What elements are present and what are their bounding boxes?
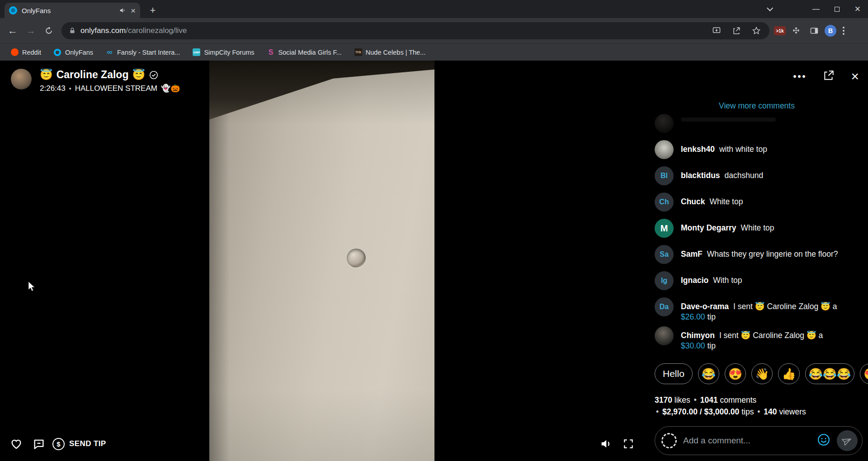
quick-reply-emoji[interactable]: 👍 (778, 363, 799, 384)
extensions-puzzle-icon[interactable] (788, 23, 804, 38)
live-video[interactable] (209, 61, 434, 461)
comment-composer (655, 426, 863, 455)
quick-reply-hello[interactable]: Hello (655, 363, 693, 384)
comment-row: Bl blacktidusdachshund (655, 166, 862, 185)
tip-amount: $26.00 (681, 312, 705, 321)
chat-sidebar: ••• × View more comments lenksh40with wh… (646, 61, 868, 461)
comment-user[interactable]: lenksh40 (681, 145, 715, 154)
quick-reply-emoji[interactable]: 😍 (725, 363, 746, 384)
bookmark-onlyfans[interactable]: OnlyFans (49, 47, 98, 58)
reload-button[interactable] (40, 22, 58, 40)
volume-icon[interactable] (597, 435, 615, 453)
faded-comment (655, 114, 862, 133)
quick-reply-chips: Hello 😂 😍 👋 👍 😂😂😂 😍😍 (655, 363, 868, 385)
comment-row: M Monty DegarryWhite top (655, 219, 862, 238)
avatar: Ig (655, 271, 674, 290)
fansly-icon: ∞ (106, 48, 113, 56)
window-maximize-button[interactable] (826, 0, 847, 18)
side-panel-icon[interactable] (807, 23, 822, 38)
streamer-name[interactable]: Caroline Zalog (57, 69, 129, 81)
close-icon[interactable]: × (851, 70, 859, 83)
halo-emoji: 😇 (132, 69, 145, 81)
browser-tab-onlyfans[interactable]: OnlyFans × (5, 3, 140, 18)
share-stream-icon[interactable] (823, 70, 835, 83)
video-player-area: 😇 Caroline Zalog 😇 2:26:43 • HALLOWEEN S… (0, 61, 646, 461)
fullscreen-icon[interactable] (619, 435, 637, 453)
comment-row-tip: Da Dave-o-ramaI sent 😇 Caroline Zalog 😇 … (655, 297, 862, 319)
comment-text: With top (713, 276, 742, 285)
comment-user[interactable]: Ignacio (681, 276, 708, 285)
browser-menu-icon[interactable] (839, 27, 848, 35)
comment-row-tip: ChimyonI sent 😇 Caroline Zalog 😇 a $30.0… (655, 326, 862, 348)
tip-amount: $30.00 (681, 341, 705, 350)
new-tab-button[interactable]: + (146, 4, 159, 17)
comment-text: White top (709, 197, 743, 206)
like-heart-icon[interactable] (7, 435, 25, 453)
bookmark-simpcity[interactable]: SIMP SimpCity Forums (188, 47, 259, 58)
onlyfans-favicon-icon (9, 6, 17, 14)
tab-search-chevron-icon[interactable] (759, 0, 779, 18)
stream-title: HALLOWEEN STREAM (75, 84, 157, 93)
tab-close-icon[interactable]: × (131, 6, 136, 15)
window-close-button[interactable]: × (847, 0, 868, 18)
verified-badge-icon (149, 70, 159, 80)
quick-reply-emoji[interactable]: 😍😍 (860, 363, 868, 384)
mouse-cursor (28, 281, 38, 292)
comment-user[interactable]: Monty Degarry (681, 223, 736, 232)
tips-progress: $2,970.00 / $3,000.00 (662, 407, 739, 416)
quick-reply-emoji[interactable]: 👋 (751, 363, 773, 384)
profile-avatar[interactable]: B (825, 25, 836, 37)
door-handle-in-video (347, 249, 366, 268)
tab-audio-icon[interactable] (119, 7, 126, 14)
back-button[interactable]: ← (4, 22, 22, 40)
send-comment-button[interactable] (837, 430, 858, 451)
emoji-picker-icon[interactable] (817, 433, 830, 448)
comments-feed: lenksh40with white top Bl blacktidusdach… (655, 114, 862, 355)
bookmark-nudecelebs[interactable]: TFB Nude Celebs | The... (350, 47, 430, 58)
comments-toggle-icon[interactable] (30, 435, 48, 453)
comment-user[interactable]: Chuck (681, 197, 705, 206)
window-minimize-button[interactable]: — (806, 0, 826, 18)
url-text[interactable]: onlyfans.com/carolinezalog/live (80, 26, 704, 35)
bookmark-fansly[interactable]: ∞ Fansly - Start Intera... (101, 47, 184, 58)
bookmark-reddit[interactable]: Reddit (6, 47, 46, 58)
forward-button[interactable]: → (22, 22, 40, 40)
address-bar[interactable]: onlyfans.com/carolinezalog/live (61, 22, 769, 39)
loading-spinner-icon (659, 431, 679, 451)
viewers-count: 140 (764, 407, 777, 416)
quick-reply-emoji[interactable]: 😂 (698, 363, 719, 384)
share-icon[interactable] (729, 23, 744, 38)
comment-row: lenksh40with white top (655, 140, 862, 159)
player-action-bar: $ SEND TIP (0, 435, 646, 453)
more-options-icon[interactable]: ••• (793, 72, 807, 81)
comment-text: I sent 😇 Caroline Zalog 😇 a (719, 331, 823, 340)
quick-reply-emoji[interactable]: 😂😂😂 (805, 363, 855, 384)
simpcity-icon: SIMP (193, 48, 200, 56)
streamer-avatar[interactable] (11, 69, 32, 89)
comment-input[interactable] (683, 436, 811, 446)
halloween-emojis: 👻🎃 (161, 84, 180, 93)
avatar: Ch (655, 193, 674, 212)
lock-icon (69, 27, 76, 34)
browser-toolbar: ← → onlyfans.com/carolinezalog/live >1k … (0, 18, 868, 43)
bookmark-socialmediagirls[interactable]: S Social Media Girls F... (263, 47, 346, 58)
avatar (655, 140, 674, 159)
avatar: Sa (655, 245, 674, 264)
bookmarks-bar: Reddit OnlyFans ∞ Fansly - Start Intera.… (0, 43, 868, 61)
bookmark-star-icon[interactable] (749, 23, 764, 38)
send-tip-button[interactable]: $ SEND TIP (52, 435, 106, 453)
view-more-comments-link[interactable]: View more comments (646, 101, 868, 111)
comment-user[interactable]: SamF (681, 249, 703, 259)
comment-user[interactable]: Dave-o-rama (681, 302, 729, 311)
halo-emoji: 😇 (40, 69, 53, 81)
toolbar-right: >1k B (774, 23, 853, 38)
comment-text: Whats they grey lingerie on the floor? (707, 249, 838, 259)
tab-title: OnlyFans (22, 7, 114, 14)
install-icon[interactable] (709, 23, 724, 38)
avatar: M (655, 219, 674, 238)
extension-badge[interactable]: >1k (774, 26, 786, 35)
tab-strip: OnlyFans × + — × (0, 0, 868, 18)
comment-user[interactable]: blacktidus (681, 171, 720, 180)
comment-user[interactable]: Chimyon (681, 331, 715, 340)
reddit-icon (11, 48, 19, 56)
